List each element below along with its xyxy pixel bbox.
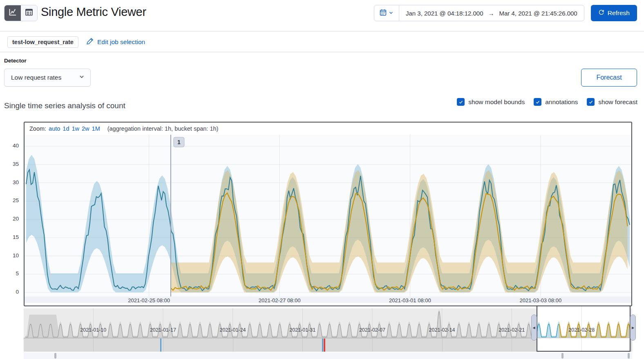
- svg-text:2021-01-17: 2021-01-17: [150, 327, 176, 333]
- checkbox-checked-icon[interactable]: [587, 98, 595, 106]
- timeseries-chart-frame: Zoom: auto 1d 1w 2w 1M (aggregation inte…: [24, 122, 632, 306]
- svg-text:2021-02-21: 2021-02-21: [499, 327, 525, 333]
- zoom-link-2w[interactable]: 2w: [82, 125, 89, 132]
- chart-view-button[interactable]: [4, 5, 21, 21]
- y-axis-tick: 25: [3, 197, 19, 203]
- analysis-title: Single time series analysis of count: [4, 101, 125, 110]
- y-axis-tick: 30: [3, 179, 19, 185]
- context-navigator: 2021-01-102021-01-172021-01-242021-01-31…: [24, 305, 632, 359]
- time-controls: Jan 3, 2021 @ 04:18:12.000 → Mar 4, 2021…: [374, 5, 637, 21]
- toggle-label: show forecast: [598, 98, 637, 106]
- pencil-icon: [87, 38, 94, 46]
- start-date[interactable]: Jan 3, 2021 @ 04:18:12.000: [406, 10, 483, 17]
- end-date[interactable]: Mar 4, 2021 @ 21:45:26.000: [499, 10, 577, 17]
- svg-text:2021-02-14: 2021-02-14: [429, 327, 455, 333]
- svg-text:2021-02-28: 2021-02-28: [568, 327, 595, 333]
- chart-toggles: show model bounds annotations show forec…: [457, 98, 637, 106]
- svg-text:2021-02-27 08:00: 2021-02-27 08:00: [259, 297, 301, 303]
- y-axis-tick: 10: [3, 252, 19, 259]
- swimlane-gridline: [163, 339, 163, 352]
- checkbox-checked-icon[interactable]: [534, 98, 541, 106]
- svg-text:2021-03-03 08:00: 2021-03-03 08:00: [519, 297, 561, 303]
- swimlane-gridline: [512, 339, 512, 352]
- zoom-label: Zoom:: [29, 125, 46, 132]
- date-range-values: Jan 3, 2021 @ 04:18:12.000 → Mar 4, 2021…: [399, 10, 584, 17]
- forecast-button[interactable]: Forecast: [581, 69, 637, 87]
- chevron-down-icon: [79, 74, 85, 81]
- y-axis-tick: 40: [3, 143, 19, 149]
- footer-marker: [561, 353, 564, 359]
- toggle-annotations[interactable]: annotations: [534, 98, 578, 106]
- annotation-marker[interactable]: [324, 339, 325, 352]
- footer-marker: [54, 353, 56, 359]
- refresh-label: Refresh: [608, 9, 630, 17]
- timeseries-plot[interactable]: 12021-02-25 08:002021-02-27 08:002021-03…: [25, 135, 631, 303]
- detector-select[interactable]: Low request rates: [4, 69, 91, 87]
- refresh-icon: [598, 9, 604, 17]
- zoom-link-1d[interactable]: 1d: [63, 125, 69, 132]
- svg-text:1: 1: [177, 139, 181, 145]
- y-axis-tick: 15: [3, 234, 19, 240]
- svg-text:2021-03-01 08:00: 2021-03-01 08:00: [389, 297, 431, 303]
- selection-handle-left[interactable]: ◀: [531, 314, 537, 341]
- swimlane-gridline: [93, 339, 94, 352]
- svg-text:2021-02-07: 2021-02-07: [359, 327, 385, 333]
- y-axis-tick: 20: [3, 216, 19, 222]
- selection-window-chart[interactable]: 2021-02-28: [537, 306, 630, 351]
- toggle-show-forecast[interactable]: show forecast: [587, 98, 637, 106]
- edit-job-selection-link[interactable]: Edit job selection: [87, 38, 145, 46]
- svg-text:2021-01-24: 2021-01-24: [220, 327, 246, 333]
- y-axis-tick: 0: [3, 289, 19, 295]
- navigator-footer-strip: [24, 352, 632, 359]
- chevron-down-icon: [389, 9, 394, 17]
- toggle-show-model-bounds[interactable]: show model bounds: [457, 98, 525, 106]
- page-title: Single Metric Viewer: [41, 5, 146, 19]
- view-toggle-group: [4, 5, 38, 21]
- annotation-marker[interactable]: [322, 339, 323, 352]
- selection-handle-right[interactable]: ▶: [630, 314, 636, 341]
- aggregation-detail: (aggregation interval: 1h, bucket span: …: [107, 125, 219, 132]
- svg-text:2021-01-10: 2021-01-10: [80, 327, 106, 333]
- edit-link-label: Edit job selection: [97, 38, 145, 46]
- zoom-bar: Zoom: auto 1d 1w 2w 1M (aggregation inte…: [25, 123, 631, 135]
- toggle-label: annotations: [545, 98, 578, 106]
- detector-value: Low request rates: [11, 74, 61, 81]
- refresh-button[interactable]: Refresh: [591, 5, 637, 21]
- job-badge[interactable]: test-low_request_rate: [7, 36, 78, 48]
- timeseries-section: 0510152025303540 Zoom: auto 1d 1w 2w 1M …: [0, 122, 644, 306]
- zoom-link-auto[interactable]: auto: [49, 125, 60, 132]
- y-axis-tick: 5: [3, 270, 19, 276]
- range-arrow-icon: →: [488, 10, 494, 17]
- svg-text:2021-02-25 08:00: 2021-02-25 08:00: [128, 297, 170, 303]
- swimlane-gridline: [233, 339, 233, 352]
- y-axis-tick: 35: [3, 161, 19, 167]
- job-bar: test-low_request_rate Edit job selection: [0, 32, 644, 52]
- checkbox-checked-icon[interactable]: [457, 98, 465, 106]
- table-view-button[interactable]: [21, 5, 37, 21]
- swimlane-gridline: [442, 339, 443, 352]
- single-metric-viewer-page: Single Metric Viewer Jan 3, 2021 @ 04:18…: [0, 0, 644, 359]
- toggle-label: show model bounds: [468, 98, 525, 106]
- footer-marker: [628, 353, 630, 359]
- quick-select-button[interactable]: [374, 5, 399, 21]
- swimlane-gridline: [372, 339, 373, 352]
- svg-text:2021-01-31: 2021-01-31: [289, 327, 315, 333]
- detector-controls: Detector Low request rates Forecast: [0, 53, 644, 98]
- top-bar: Single Metric Viewer Jan 3, 2021 @ 04:18…: [0, 0, 644, 31]
- time-selection-brush[interactable]: 2021-02-28 ◀ ▶: [537, 305, 631, 352]
- calendar-icon: [380, 9, 387, 18]
- detector-label: Detector: [4, 58, 27, 64]
- date-range-picker[interactable]: Jan 3, 2021 @ 04:18:12.000 → Mar 4, 2021…: [374, 5, 584, 21]
- annotation-marker[interactable]: [160, 339, 161, 352]
- zoom-link-1w[interactable]: 1w: [72, 125, 79, 132]
- line-chart-icon: [9, 8, 17, 18]
- swimlane-gridline: [302, 339, 303, 352]
- zoom-link-1M[interactable]: 1M: [92, 125, 100, 132]
- data-table-icon: [25, 8, 33, 18]
